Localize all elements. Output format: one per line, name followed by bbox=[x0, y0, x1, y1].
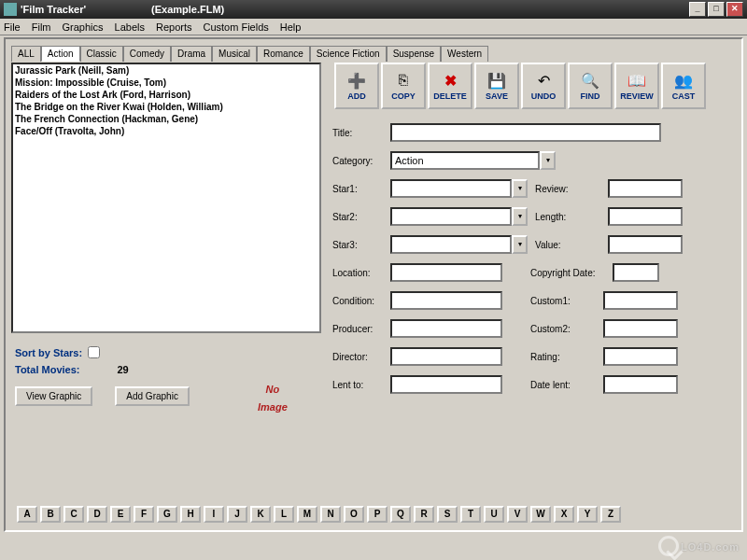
alpha-z-button[interactable]: Z bbox=[600, 506, 621, 523]
file-title: (Example.FLM) bbox=[151, 4, 224, 15]
chevron-down-icon[interactable]: ▾ bbox=[512, 207, 528, 226]
menu-labels[interactable]: Labels bbox=[115, 21, 145, 33]
list-item[interactable]: Jurassic Park (Neill, Sam) bbox=[13, 64, 319, 77]
length-label: Length: bbox=[535, 212, 608, 222]
alpha-t-button[interactable]: T bbox=[460, 506, 481, 523]
star3-label: Star3: bbox=[332, 240, 390, 250]
add-graphic-button[interactable]: Add Graphic bbox=[115, 386, 190, 406]
alpha-j-button[interactable]: J bbox=[227, 506, 247, 523]
view-graphic-button[interactable]: View Graphic bbox=[15, 386, 92, 406]
review-input[interactable] bbox=[608, 179, 683, 198]
tab-scifi[interactable]: Science Fiction bbox=[310, 46, 387, 62]
sort-by-stars-checkbox[interactable] bbox=[88, 346, 100, 358]
rating-label: Rating: bbox=[530, 352, 603, 362]
menu-file[interactable]: File bbox=[4, 21, 21, 33]
director-input[interactable] bbox=[390, 347, 502, 366]
custom2-input[interactable] bbox=[603, 319, 678, 338]
add-button[interactable]: ➕ADD bbox=[334, 63, 379, 109]
alpha-u-button[interactable]: U bbox=[484, 506, 504, 523]
tab-romance[interactable]: Romance bbox=[257, 46, 310, 62]
chevron-down-icon[interactable]: ▾ bbox=[512, 179, 528, 198]
copyright-input[interactable] bbox=[613, 263, 659, 282]
rating-input[interactable] bbox=[603, 347, 678, 366]
review-button[interactable]: 📖REVIEW bbox=[614, 63, 659, 109]
cast-icon: 👥 bbox=[673, 71, 694, 90]
star2-select[interactable] bbox=[390, 207, 512, 226]
copyright-label: Copyright Date: bbox=[530, 268, 613, 278]
tab-classic[interactable]: Classic bbox=[80, 46, 123, 62]
value-input[interactable] bbox=[608, 235, 683, 254]
condition-label: Condition: bbox=[332, 296, 390, 306]
alpha-a-button[interactable]: A bbox=[17, 506, 37, 523]
title-input[interactable] bbox=[390, 123, 661, 142]
alpha-l-button[interactable]: L bbox=[274, 506, 294, 523]
menu-film[interactable]: Film bbox=[32, 21, 51, 33]
list-item[interactable]: The French Connection (Hackman, Gene) bbox=[13, 113, 319, 125]
alpha-v-button[interactable]: V bbox=[507, 506, 528, 523]
alpha-m-button[interactable]: M bbox=[297, 506, 317, 523]
delete-button[interactable]: ✖DELETE bbox=[428, 63, 472, 109]
delete-icon: ✖ bbox=[440, 71, 460, 90]
chevron-down-icon[interactable]: ▾ bbox=[512, 235, 528, 254]
list-item[interactable]: Mission: Impossible (Cruise, Tom) bbox=[13, 77, 319, 89]
tab-musical[interactable]: Musical bbox=[212, 46, 257, 62]
star1-select[interactable] bbox=[390, 179, 512, 198]
alpha-f-button[interactable]: F bbox=[134, 506, 154, 523]
app-title: 'Film Tracker' bbox=[21, 4, 86, 15]
category-select[interactable] bbox=[390, 151, 540, 170]
tab-action[interactable]: Action bbox=[41, 46, 80, 62]
custom1-input[interactable] bbox=[603, 291, 678, 310]
tab-drama[interactable]: Drama bbox=[171, 46, 212, 62]
cast-button[interactable]: 👥CAST bbox=[661, 63, 706, 109]
alpha-c-button[interactable]: C bbox=[63, 506, 84, 523]
location-input[interactable] bbox=[390, 263, 502, 282]
alpha-k-button[interactable]: K bbox=[250, 506, 271, 523]
alpha-b-button[interactable]: B bbox=[40, 506, 61, 523]
copy-button[interactable]: ⎘COPY bbox=[381, 63, 426, 109]
menu-help[interactable]: Help bbox=[280, 21, 302, 33]
menu-reports[interactable]: Reports bbox=[156, 21, 192, 33]
undo-button[interactable]: ↶UNDO bbox=[521, 63, 566, 109]
alpha-o-button[interactable]: O bbox=[344, 506, 364, 523]
app-icon bbox=[4, 3, 17, 16]
chevron-down-icon[interactable]: ▾ bbox=[540, 151, 556, 170]
alpha-s-button[interactable]: S bbox=[437, 506, 458, 523]
find-button[interactable]: 🔍FIND bbox=[568, 63, 613, 109]
menu-custom-fields[interactable]: Custom Fields bbox=[204, 21, 269, 33]
total-label: Total Movies: bbox=[15, 364, 79, 375]
copy-icon: ⎘ bbox=[393, 71, 414, 90]
alpha-i-button[interactable]: I bbox=[204, 506, 224, 523]
producer-input[interactable] bbox=[390, 319, 502, 338]
save-button[interactable]: 💾SAVE bbox=[474, 63, 519, 109]
alpha-r-button[interactable]: R bbox=[414, 506, 434, 523]
star3-select[interactable] bbox=[390, 235, 512, 254]
alpha-p-button[interactable]: P bbox=[367, 506, 388, 523]
condition-input[interactable] bbox=[390, 291, 502, 310]
tab-western[interactable]: Western bbox=[441, 46, 488, 62]
menu-graphics[interactable]: Graphics bbox=[63, 21, 104, 33]
alpha-q-button[interactable]: Q bbox=[390, 506, 411, 523]
film-list[interactable]: Jurassic Park (Neill, Sam) Mission: Impo… bbox=[11, 63, 321, 333]
tab-all[interactable]: ALL bbox=[11, 46, 41, 62]
alpha-d-button[interactable]: D bbox=[87, 506, 107, 523]
list-item[interactable]: Face/Off (Travolta, John) bbox=[13, 125, 319, 137]
datelent-input[interactable] bbox=[603, 375, 678, 394]
list-item[interactable]: The Bridge on the River Kwai (Holden, Wi… bbox=[13, 101, 319, 113]
alpha-x-button[interactable]: X bbox=[554, 506, 574, 523]
alpha-y-button[interactable]: Y bbox=[577, 506, 598, 523]
minimize-button[interactable]: _ bbox=[689, 2, 706, 17]
length-input[interactable] bbox=[608, 207, 683, 226]
alpha-h-button[interactable]: H bbox=[180, 506, 201, 523]
alpha-n-button[interactable]: N bbox=[320, 506, 341, 523]
maximize-button[interactable]: □ bbox=[708, 2, 725, 17]
alpha-e-button[interactable]: E bbox=[110, 506, 131, 523]
list-item[interactable]: Raiders of the Lost Ark (Ford, Harrison) bbox=[13, 89, 319, 101]
custom2-label: Custom2: bbox=[530, 324, 603, 334]
save-icon: 💾 bbox=[486, 71, 507, 90]
alpha-w-button[interactable]: W bbox=[530, 506, 551, 523]
lent-input[interactable] bbox=[390, 375, 502, 394]
tab-comedy[interactable]: Comedy bbox=[123, 46, 171, 62]
alpha-g-button[interactable]: G bbox=[157, 506, 177, 523]
close-button[interactable]: ✕ bbox=[726, 2, 743, 17]
tab-suspense[interactable]: Suspense bbox=[387, 46, 441, 62]
